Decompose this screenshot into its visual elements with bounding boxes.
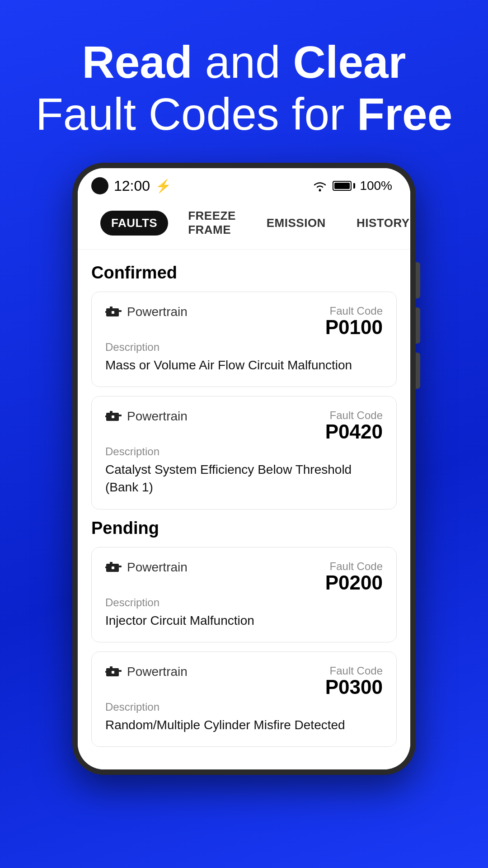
battery-icon xyxy=(333,181,355,191)
fault-card-p0200[interactable]: Powertrain Fault Code P0200 Description … xyxy=(91,547,397,642)
desc-text-p0300: Random/Multiple Cylinder Misfire Detecte… xyxy=(105,716,383,734)
wifi-icon xyxy=(312,179,328,192)
svg-rect-18 xyxy=(112,566,114,569)
svg-rect-10 xyxy=(110,411,113,414)
content-area: Confirmed Powertrain xyxy=(78,250,410,769)
tab-freeze-frame[interactable]: Freeze Frame xyxy=(177,203,247,242)
system-label-p0300: Powertrain xyxy=(127,665,188,679)
status-time: 12:00 xyxy=(114,178,150,194)
svg-rect-5 xyxy=(110,307,113,309)
fault-code-value-p0100: P0100 xyxy=(325,316,383,338)
desc-label-p0300: Description xyxy=(105,701,383,713)
svg-rect-17 xyxy=(105,566,107,568)
hero-bold-clear: Clear xyxy=(293,37,406,87)
engine-icon-p0420 xyxy=(105,409,122,424)
svg-rect-6 xyxy=(119,310,122,312)
engine-icon-p0200 xyxy=(105,560,122,575)
card-system-p0200: Powertrain xyxy=(105,560,188,575)
hero-line2-text: Fault Codes for xyxy=(36,89,357,139)
card-system-p0100: Powertrain xyxy=(105,305,188,319)
engine-icon-p0100 xyxy=(105,305,122,319)
svg-rect-7 xyxy=(105,311,107,313)
system-label-p0200: Powertrain xyxy=(127,560,188,575)
status-right: 100% xyxy=(312,179,392,193)
card-system-p0420: Powertrain xyxy=(105,409,188,424)
desc-label-p0200: Description xyxy=(105,596,383,609)
flash-icon: ⚡ xyxy=(155,179,171,193)
status-bar: 12:00 ⚡ 100% xyxy=(78,168,410,199)
fault-code-area-p0100: Fault Code P0100 xyxy=(325,305,383,337)
svg-rect-11 xyxy=(119,415,122,416)
engine-icon-p0300 xyxy=(105,665,122,679)
battery-percent: 100% xyxy=(360,179,392,193)
svg-rect-21 xyxy=(119,670,122,672)
fault-code-label-p0300: Fault Code xyxy=(325,665,383,677)
phone-mockup: 12:00 ⚡ 100% xyxy=(72,163,416,775)
svg-rect-13 xyxy=(112,415,114,418)
fault-code-label-p0100: Fault Code xyxy=(325,305,383,317)
desc-text-p0100: Mass or Volume Air Flow Circuit Malfunct… xyxy=(105,356,383,374)
hero-bold-read: Read xyxy=(82,37,192,87)
svg-rect-23 xyxy=(112,671,114,674)
hero-regular-and: and xyxy=(205,37,293,87)
svg-rect-15 xyxy=(110,562,113,565)
card-system-p0300: Powertrain xyxy=(105,665,188,679)
phone-screen: 12:00 ⚡ 100% xyxy=(78,168,410,769)
desc-label-p0100: Description xyxy=(105,341,383,354)
hero-bold-free: Free xyxy=(357,89,452,139)
svg-rect-12 xyxy=(105,415,107,417)
svg-point-0 xyxy=(319,189,321,192)
hero-section: Read and Clear Fault Codes for Free xyxy=(9,0,480,163)
nav-bar: Faults Freeze Frame Emission History xyxy=(78,199,410,250)
fault-code-value-p0300: P0300 xyxy=(325,676,383,698)
fault-code-label-p0420: Fault Code xyxy=(325,409,383,422)
fault-card-p0420[interactable]: Powertrain Fault Code P0420 Description … xyxy=(91,396,397,509)
pending-section-title: Pending xyxy=(91,519,397,538)
fault-code-label-p0200: Fault Code xyxy=(325,560,383,573)
tab-emission[interactable]: Emission xyxy=(256,211,337,236)
desc-text-p0420: Catalyst System Efficiency Below Thresho… xyxy=(105,461,383,496)
status-left: 12:00 ⚡ xyxy=(91,177,171,194)
fault-card-p0100[interactable]: Powertrain Fault Code P0100 Description … xyxy=(91,292,397,387)
camera-icon xyxy=(91,177,108,194)
svg-rect-20 xyxy=(110,666,113,669)
confirmed-section-title: Confirmed xyxy=(91,263,397,283)
desc-text-p0200: Injector Circuit Malfunction xyxy=(105,612,383,629)
desc-label-p0420: Description xyxy=(105,445,383,458)
fault-code-area-p0300: Fault Code P0300 xyxy=(325,665,383,697)
tab-history[interactable]: History xyxy=(346,211,410,236)
system-label-p0100: Powertrain xyxy=(127,305,188,319)
fault-code-value-p0200: P0200 xyxy=(325,571,383,594)
svg-rect-16 xyxy=(119,566,122,567)
fault-card-p0300[interactable]: Powertrain Fault Code P0300 Description … xyxy=(91,651,397,747)
svg-rect-8 xyxy=(112,311,114,314)
system-label-p0420: Powertrain xyxy=(127,409,188,424)
fault-code-value-p0420: P0420 xyxy=(325,420,383,443)
fault-code-area-p0200: Fault Code P0200 xyxy=(325,560,383,593)
fault-code-area-p0420: Fault Code P0420 xyxy=(325,409,383,442)
tab-faults[interactable]: Faults xyxy=(100,211,168,236)
svg-rect-22 xyxy=(105,671,107,673)
